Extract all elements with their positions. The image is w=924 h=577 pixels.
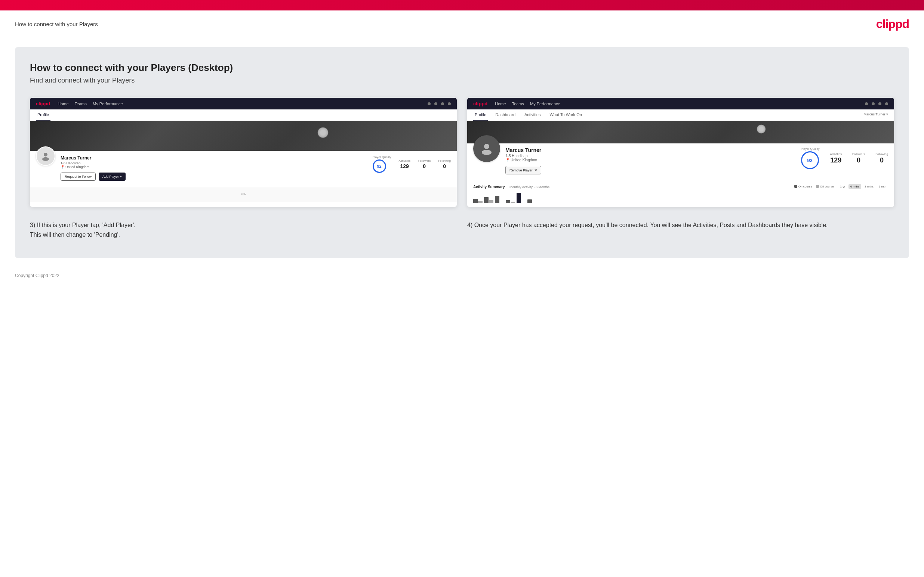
followers-group-2: Followers 0 — [852, 152, 865, 164]
activities-label-1: Activities — [399, 159, 410, 163]
followers-group-1: Followers 0 — [418, 159, 431, 169]
tab-dashboard-2[interactable]: Dashboard — [494, 110, 517, 121]
app-nav-2: clippd Home Teams My Performance — [467, 98, 894, 110]
player-info-row-2: Marcus Turner 1-5 Handicap 📍 United King… — [473, 147, 888, 174]
activity-title-group: Activity Summary Monthly Activity - 6 Mo… — [473, 183, 552, 190]
svg-point-1 — [42, 157, 49, 161]
legend-off: Off course — [816, 185, 834, 188]
avatar-1 — [36, 147, 55, 166]
nav-icons-2 — [865, 102, 888, 105]
tab-profile-1[interactable]: Profile — [36, 110, 50, 121]
screenshots-row: clippd Home Teams My Performance Profile — [30, 98, 894, 207]
description-text-2: 4) Once your Player has accepted your re… — [467, 220, 894, 230]
nav-performance-2[interactable]: My Performance — [530, 102, 560, 106]
nav-performance-1[interactable]: My Performance — [93, 102, 123, 106]
profile-icon-1[interactable] — [448, 102, 451, 105]
player-location-1: 📍 United Kingdom — [61, 165, 367, 169]
bar-off-4 — [510, 201, 515, 203]
activities-group-1: Activities 129 — [399, 159, 410, 169]
quality-circle-1: 92 — [373, 160, 386, 173]
svg-point-3 — [482, 150, 491, 155]
search-icon-2[interactable] — [865, 102, 868, 105]
user-label-2[interactable]: Marcus Turner ▾ — [863, 113, 888, 118]
nav-icons-1 — [428, 102, 451, 105]
add-player-button[interactable]: Add Player + — [99, 172, 126, 181]
player-details-2: Marcus Turner 1-5 Handicap 📍 United King… — [506, 147, 796, 174]
app-nav-1: clippd Home Teams My Performance — [30, 98, 457, 110]
player-name-1: Marcus Turner — [61, 155, 367, 161]
pencil-icon: ✏ — [241, 191, 246, 198]
activities-label-2: Activities — [830, 152, 842, 156]
activities-group-2: Activities 129 — [830, 152, 842, 164]
followers-value-2: 0 — [852, 156, 865, 164]
nav-teams-2[interactable]: Teams — [512, 102, 524, 106]
filter-3mths[interactable]: 3 mths — [863, 184, 876, 189]
bar-on-4 — [506, 200, 510, 203]
bar-on-6 — [527, 200, 532, 203]
copyright: Copyright Clippd 2022 — [15, 273, 60, 278]
stats-row-2: Player Quality 92 Activities 129 Followe… — [801, 147, 888, 169]
followers-label-2: Followers — [852, 152, 865, 156]
legend-dot-on — [794, 185, 797, 188]
activities-value-1: 129 — [399, 163, 410, 169]
search-icon-1[interactable] — [428, 102, 431, 105]
nav-teams-1[interactable]: Teams — [75, 102, 87, 106]
screenshot-bottom-1: ✏ — [30, 187, 457, 201]
settings-icon-2[interactable] — [879, 102, 881, 105]
quality-circle-2: 92 — [801, 151, 819, 169]
filter-1yr[interactable]: 1 yr — [838, 184, 847, 189]
header-divider — [15, 38, 909, 38]
bar-group-2 — [484, 197, 493, 203]
user-icon-2[interactable] — [872, 102, 875, 105]
player-info-row-1: Marcus Turner 1-5 Handicap 📍 United King… — [36, 155, 451, 181]
nav-home-2[interactable]: Home — [495, 102, 506, 106]
quality-group-1: Player Quality 92 — [373, 155, 391, 173]
following-value-1: 0 — [438, 163, 451, 169]
profile-tabs-1: Profile — [30, 110, 457, 121]
remove-player-button[interactable]: Remove Player ✕ — [506, 166, 541, 174]
activity-controls: On course Off course 1 yr 6 mths 3 mths — [794, 184, 888, 189]
legend-on: On course — [794, 185, 812, 188]
nav-links-2: Home Teams My Performance — [495, 102, 858, 106]
player-location-2: 📍 United Kingdom — [506, 158, 796, 162]
main-content: How to connect with your Players (Deskto… — [15, 47, 909, 258]
quality-group-2: Player Quality 92 — [801, 147, 820, 169]
following-label-1: Following — [438, 159, 451, 163]
filter-6mths[interactable]: 6 mths — [848, 184, 861, 189]
filter-1mth[interactable]: 1 mth — [877, 184, 888, 189]
description-text-1: 3) If this is your Player tap, 'Add Play… — [30, 220, 457, 239]
app-logo-2: clippd — [473, 101, 488, 106]
settings-icon-1[interactable] — [441, 102, 444, 105]
tabs-left: Profile Dashboard Activities What To Wor… — [473, 110, 583, 121]
golf-banner-2 — [467, 121, 894, 143]
request-to-follow-button[interactable]: Request to Follow — [61, 172, 96, 181]
legend-dot-off — [816, 185, 819, 188]
btn-row-1: Request to Follow Add Player + — [61, 172, 367, 181]
bar-group-4 — [506, 200, 515, 203]
page-subheading: Find and connect with your Players — [30, 77, 894, 84]
nav-home-1[interactable]: Home — [58, 102, 68, 106]
followers-value-1: 0 — [418, 163, 431, 169]
bar-off-1 — [478, 201, 483, 203]
user-icon-1[interactable] — [435, 102, 437, 105]
player-handicap-2: 1-5 Handicap — [506, 154, 796, 158]
activity-subtitle: Monthly Activity - 6 Months — [509, 185, 549, 189]
footer: Copyright Clippd 2022 — [0, 267, 924, 284]
tab-what-to-work-on-2[interactable]: What To Work On — [548, 110, 583, 121]
following-value-2: 0 — [876, 156, 888, 164]
header-title: How to connect with your Players — [15, 21, 98, 27]
tab-activities-2[interactable]: Activities — [523, 110, 542, 121]
golf-banner-1 — [30, 121, 457, 151]
quality-label-2: Player Quality — [801, 147, 820, 150]
tab-profile-2[interactable]: Profile — [473, 110, 488, 121]
avatar-2 — [473, 135, 500, 162]
stats-row-1: Player Quality 92 Activities 129 Followe… — [373, 155, 451, 173]
profile-icon-2[interactable] — [885, 102, 888, 105]
bar-group-6 — [527, 200, 532, 203]
chart-bars — [473, 192, 888, 203]
activity-section: Activity Summary Monthly Activity - 6 Mo… — [467, 179, 894, 207]
activity-title: Activity Summary — [473, 185, 505, 189]
screenshot-1: clippd Home Teams My Performance Profile — [30, 98, 457, 207]
followers-label-1: Followers — [418, 159, 431, 163]
player-section-1: Marcus Turner 1-5 Handicap 📍 United King… — [30, 151, 457, 187]
